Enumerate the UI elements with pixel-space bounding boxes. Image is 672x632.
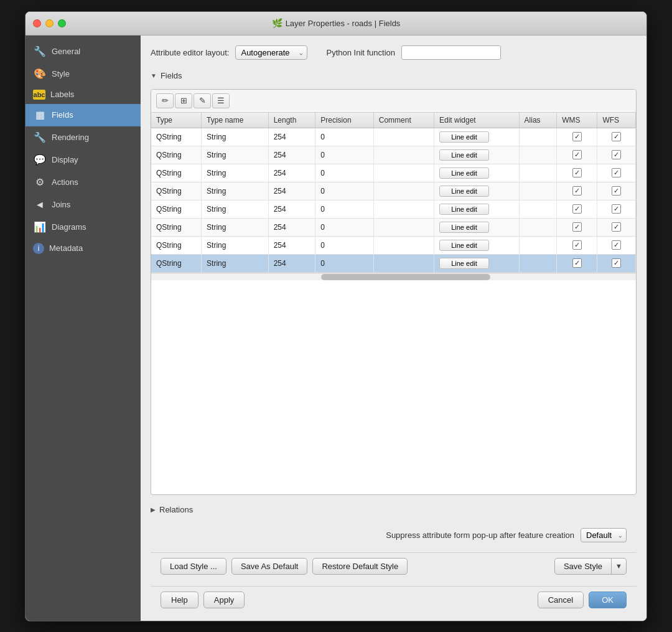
- wms-checkbox[interactable]: ✓: [572, 258, 582, 268]
- line-edit-button[interactable]: Line edit: [439, 186, 489, 197]
- cell-precision: 0: [315, 236, 373, 254]
- fields-collapse-toggle[interactable]: ▼: [151, 72, 157, 79]
- cell-wms[interactable]: ✓: [557, 146, 597, 164]
- wms-checkbox[interactable]: ✓: [572, 204, 582, 214]
- wms-checkbox[interactable]: ✓: [572, 240, 582, 250]
- sidebar-item-style[interactable]: 🎨 Style: [26, 63, 141, 85]
- help-button[interactable]: Help: [161, 592, 198, 608]
- wfs-checkbox[interactable]: ✓: [612, 132, 621, 141]
- delete-field-button[interactable]: ☰: [212, 93, 230, 108]
- sidebar-item-general[interactable]: 🔧 General: [26, 40, 141, 63]
- sidebar-item-fields[interactable]: ▦ Fields: [26, 104, 141, 126]
- relations-collapse-toggle[interactable]: ▶: [151, 506, 156, 513]
- wfs-checkbox[interactable]: ✓: [612, 204, 621, 214]
- cell-editwidget[interactable]: Line edit: [434, 128, 519, 146]
- cell-editwidget[interactable]: Line edit: [434, 218, 519, 236]
- sidebar-item-actions[interactable]: ⚙ Actions: [26, 171, 141, 194]
- cell-wms[interactable]: ✓: [557, 218, 597, 236]
- cell-editwidget[interactable]: Line edit: [434, 200, 519, 218]
- main-window: 🌿 Layer Properties - roads | Fields 🔧 Ge…: [25, 11, 647, 621]
- wfs-checkbox[interactable]: ✓: [612, 186, 621, 196]
- fields-table: Type Type name Length Precision Comment …: [151, 113, 636, 273]
- line-edit-button[interactable]: Line edit: [439, 240, 489, 251]
- cell-editwidget[interactable]: Line edit: [434, 254, 519, 272]
- table-row[interactable]: QString String 254 0 Line edit ✓ ✓: [151, 236, 636, 254]
- apply-button[interactable]: Apply: [203, 592, 245, 608]
- table-row[interactable]: QString String 254 0 Line edit ✓ ✓: [151, 200, 636, 218]
- cell-editwidget[interactable]: Line edit: [434, 164, 519, 182]
- wfs-checkbox[interactable]: ✓: [612, 168, 621, 177]
- table-row[interactable]: QString String 254 0 Line edit ✓ ✓: [151, 164, 636, 182]
- line-edit-button[interactable]: Line edit: [439, 167, 489, 179]
- load-style-button[interactable]: Load Style ...: [161, 558, 226, 575]
- line-edit-button[interactable]: Line edit: [439, 149, 489, 161]
- cell-wfs[interactable]: ✓: [597, 164, 636, 182]
- cell-wfs[interactable]: ✓: [597, 128, 636, 146]
- cell-wfs[interactable]: ✓: [597, 200, 636, 218]
- cell-wfs[interactable]: ✓: [597, 236, 636, 254]
- line-edit-button[interactable]: Line edit: [439, 258, 489, 269]
- save-style-button[interactable]: Save Style: [554, 558, 612, 575]
- line-edit-button[interactable]: Line edit: [439, 222, 489, 233]
- wms-checkbox[interactable]: ✓: [572, 150, 582, 159]
- save-style-dropdown[interactable]: ▼: [612, 558, 627, 575]
- maximize-button[interactable]: [58, 19, 66, 27]
- ok-button[interactable]: OK: [589, 592, 627, 608]
- line-edit-button[interactable]: Line edit: [439, 131, 489, 143]
- cell-wfs[interactable]: ✓: [597, 254, 636, 272]
- wms-checkbox[interactable]: ✓: [572, 222, 582, 232]
- general-icon: 🔧: [33, 45, 47, 59]
- python-init-input[interactable]: [401, 45, 501, 60]
- wms-checkbox[interactable]: ✓: [572, 186, 582, 196]
- sidebar-label-display: Display: [52, 155, 78, 164]
- cell-wms[interactable]: ✓: [557, 182, 597, 200]
- cell-editwidget[interactable]: Line edit: [434, 182, 519, 200]
- fields-icon: ▦: [33, 108, 47, 122]
- table-row[interactable]: QString String 254 0 Line edit ✓ ✓: [151, 218, 636, 236]
- cell-precision: 0: [315, 254, 373, 272]
- sidebar-item-rendering[interactable]: 🔧 Rendering: [26, 126, 141, 149]
- wfs-checkbox[interactable]: ✓: [612, 150, 621, 159]
- attribute-editor-select[interactable]: Autogenerate Drag and drop Custom: [235, 45, 307, 60]
- cell-wms[interactable]: ✓: [557, 164, 597, 182]
- cell-editwidget[interactable]: Line edit: [434, 146, 519, 164]
- suppress-select[interactable]: Default Hide Show: [581, 528, 627, 542]
- line-edit-button[interactable]: Line edit: [439, 204, 489, 215]
- wms-checkbox[interactable]: ✓: [572, 132, 582, 141]
- cell-type: QString: [151, 236, 202, 254]
- minimize-button[interactable]: [45, 19, 54, 27]
- sidebar-item-joins[interactable]: ◄ Joins: [26, 194, 141, 216]
- cell-wms[interactable]: ✓: [557, 128, 597, 146]
- cell-wfs[interactable]: ✓: [597, 146, 636, 164]
- cell-comment: [373, 254, 434, 272]
- cell-wms[interactable]: ✓: [557, 236, 597, 254]
- display-icon: 💬: [33, 153, 47, 167]
- sidebar-item-diagrams[interactable]: 📊 Diagrams: [26, 216, 141, 238]
- wms-checkbox[interactable]: ✓: [572, 168, 582, 177]
- horizontal-scrollbar[interactable]: [151, 273, 636, 280]
- wfs-checkbox[interactable]: ✓: [612, 240, 621, 250]
- cell-wfs[interactable]: ✓: [597, 182, 636, 200]
- cell-wfs[interactable]: ✓: [597, 218, 636, 236]
- table-row[interactable]: QString String 254 0 Line edit ✓ ✓: [151, 128, 636, 146]
- cell-wms[interactable]: ✓: [557, 200, 597, 218]
- save-as-default-button[interactable]: Save As Default: [231, 558, 308, 575]
- cell-editwidget[interactable]: Line edit: [434, 236, 519, 254]
- table-row[interactable]: QString String 254 0 Line edit ✓ ✓: [151, 182, 636, 200]
- close-button[interactable]: [33, 19, 41, 27]
- new-field-button[interactable]: ⊞: [175, 93, 192, 108]
- restore-default-button[interactable]: Restore Default Style: [312, 558, 408, 575]
- sidebar-item-labels[interactable]: abc Labels: [26, 85, 141, 104]
- sidebar-item-metadata[interactable]: i Metadata: [26, 238, 141, 258]
- cancel-button[interactable]: Cancel: [538, 592, 584, 608]
- fields-table-scroll[interactable]: Type Type name Length Precision Comment …: [151, 113, 636, 273]
- table-row[interactable]: QString String 254 0 Line edit ✓ ✓: [151, 146, 636, 164]
- sidebar-item-display[interactable]: 💬 Display: [26, 149, 141, 171]
- cell-wms[interactable]: ✓: [557, 254, 597, 272]
- table-row[interactable]: QString String 254 0 Line edit ✓ ✓: [151, 254, 636, 272]
- toggle-edit-button[interactable]: ✏: [156, 93, 174, 108]
- wfs-checkbox[interactable]: ✓: [612, 222, 621, 232]
- main-layout: 🔧 General 🎨 Style abc Labels ▦ Fields 🔧 …: [26, 35, 646, 621]
- wfs-checkbox[interactable]: ✓: [612, 258, 621, 268]
- edit-field-button[interactable]: ✎: [194, 93, 211, 108]
